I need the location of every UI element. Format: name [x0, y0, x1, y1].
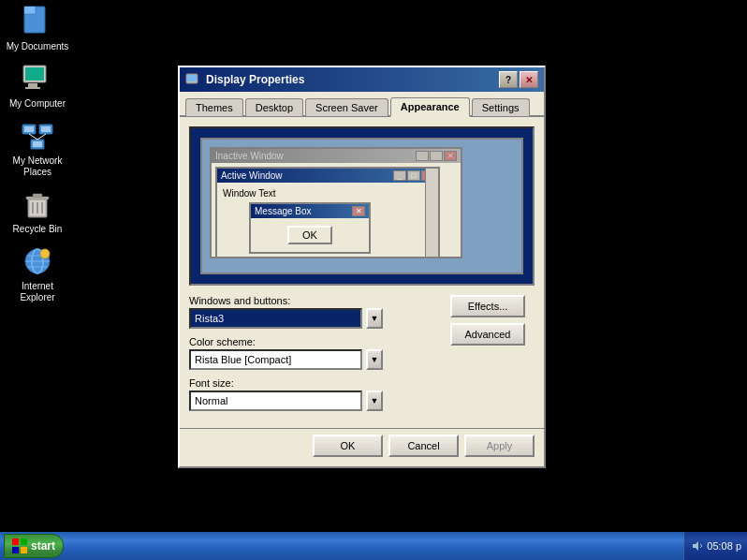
font-size-field: Font size: Normal ▼: [189, 377, 535, 411]
color-scheme-arrow[interactable]: ▼: [366, 349, 383, 370]
tab-desktop[interactable]: Desktop: [245, 98, 303, 116]
inactive-title-bar: Inactive Window _ □ ✕: [212, 149, 461, 163]
active-minimize: _: [393, 170, 406, 181]
inactive-close: ✕: [444, 151, 457, 161]
svg-line-38: [700, 546, 702, 548]
help-button[interactable]: ?: [499, 71, 518, 88]
my-network-label: My Network Places: [5, 155, 70, 178]
my-documents-icon[interactable]: My Documents: [5, 5, 70, 52]
color-scheme-select[interactable]: Rista Blue [Compact]: [189, 349, 362, 370]
apply-button[interactable]: Apply: [464, 435, 535, 457]
my-computer-icon[interactable]: My Computer: [5, 62, 70, 110]
effects-button[interactable]: Effects...: [450, 295, 525, 317]
title-bar: Display Properties ? ✕: [180, 67, 544, 92]
inactive-window-title: Inactive Window: [215, 151, 284, 161]
preview-inner: Inactive Window _ □ ✕ Active Wind: [200, 138, 523, 274]
svg-line-16: [37, 134, 46, 140]
desktop: My Documents My Computer: [0, 0, 747, 534]
font-size-value: Normal: [195, 395, 227, 406]
msgbox-title-bar: Message Box ✕: [251, 204, 369, 218]
dialog-icon: [185, 72, 200, 87]
svg-line-37: [700, 544, 702, 546]
dialog-title: Display Properties: [206, 73, 304, 86]
ie-image: [21, 244, 54, 278]
msgbox-ok-button[interactable]: OK: [287, 226, 332, 244]
start-button[interactable]: start: [4, 534, 64, 558]
inactive-minimize: _: [416, 151, 429, 161]
my-network-icon[interactable]: My Network Places: [5, 119, 70, 178]
svg-point-29: [40, 249, 50, 258]
desktop-icons: My Documents My Computer: [5, 5, 70, 303]
windows-buttons-arrow[interactable]: ▼: [366, 308, 383, 329]
windows-logo-icon: [12, 538, 27, 553]
preview-inactive-window: Inactive Window _ □ ✕ Active Wind: [210, 147, 462, 258]
ie-label: Internet Explorer: [5, 281, 70, 303]
tab-screen-saver[interactable]: Screen Saver: [305, 98, 388, 116]
title-bar-buttons: ? ✕: [499, 71, 538, 88]
active-body: Window Text Message Box ✕: [217, 183, 438, 257]
scrollbar[interactable]: [425, 169, 438, 257]
svg-rect-7: [28, 83, 37, 87]
dialog-footer: OK Cancel Apply: [180, 428, 544, 466]
active-title-bar: Active Window _ □ ✕: [217, 169, 438, 183]
recycle-bin-icon[interactable]: Recycle Bin: [5, 187, 70, 235]
msgbox-body: OK: [251, 218, 369, 252]
svg-rect-35: [21, 547, 27, 553]
msgbox-title: Message Box: [255, 206, 312, 216]
svg-rect-10: [24, 126, 34, 132]
system-tray: 05:08 p: [683, 532, 747, 560]
dialog-body: Inactive Window _ □ ✕ Active Wind: [180, 117, 544, 428]
font-size-select[interactable]: Normal: [189, 391, 362, 411]
inactive-maximize: □: [430, 151, 443, 161]
svg-rect-12: [41, 126, 51, 132]
preview-area: Inactive Window _ □ ✕ Active Wind: [189, 126, 535, 286]
clock: 05:08 p: [707, 540, 741, 552]
svg-rect-14: [33, 141, 42, 147]
tab-themes[interactable]: Themes: [185, 98, 243, 116]
my-documents-label: My Documents: [7, 41, 69, 52]
active-maximize: □: [407, 170, 420, 181]
font-size-arrow[interactable]: ▼: [366, 391, 383, 411]
tab-strip: Themes Desktop Screen Saver Appearance S…: [180, 92, 544, 117]
tab-appearance[interactable]: Appearance: [390, 97, 470, 117]
display-properties-dialog: Display Properties ? ✕ Themes Desktop Sc…: [178, 66, 546, 468]
svg-rect-8: [25, 87, 40, 89]
my-documents-image: [21, 5, 54, 38]
cancel-button[interactable]: Cancel: [388, 435, 459, 457]
my-computer-label: My Computer: [9, 98, 66, 110]
tab-settings[interactable]: Settings: [472, 98, 530, 116]
inactive-title-buttons: _ □ ✕: [416, 151, 457, 161]
ok-button[interactable]: OK: [313, 435, 383, 457]
svg-rect-31: [187, 75, 197, 81]
svg-line-15: [29, 134, 37, 140]
svg-marker-2: [24, 7, 36, 14]
advanced-button[interactable]: Advanced: [450, 323, 525, 346]
active-window-title: Active Window: [221, 170, 283, 181]
svg-rect-19: [26, 197, 49, 199]
font-size-label: Font size:: [189, 377, 535, 389]
side-buttons: Effects... Advanced: [450, 295, 525, 346]
my-network-image: [21, 119, 54, 153]
svg-rect-34: [12, 547, 19, 553]
svg-marker-36: [693, 541, 698, 551]
font-size-select-row: Normal ▼: [189, 391, 535, 411]
svg-rect-20: [33, 194, 42, 197]
title-bar-left: Display Properties: [185, 72, 304, 87]
volume-icon: [690, 539, 703, 553]
preview-msgbox: Message Box ✕ OK: [249, 202, 371, 254]
color-scheme-value: Rista Blue [Compact]: [195, 354, 291, 365]
internet-explorer-icon[interactable]: Internet Explorer: [5, 244, 70, 303]
window-text: Window Text: [221, 186, 434, 200]
svg-rect-6: [25, 67, 44, 81]
taskbar: start 05:08 p: [0, 532, 747, 560]
preview-active-window: Active Window _ □ ✕ Window Te: [215, 167, 440, 257]
color-scheme-select-row: Rista Blue [Compact] ▼: [189, 349, 535, 370]
windows-buttons-select[interactable]: Rista3: [189, 308, 362, 329]
windows-buttons-value: Rista3: [195, 313, 224, 324]
start-label: start: [31, 539, 55, 553]
svg-rect-32: [12, 538, 19, 545]
recycle-bin-label: Recycle Bin: [13, 224, 63, 235]
close-button[interactable]: ✕: [520, 71, 538, 88]
form-fields: Windows and buttons: Rista3 ▼ Color sche…: [189, 295, 535, 411]
svg-rect-33: [21, 538, 27, 545]
